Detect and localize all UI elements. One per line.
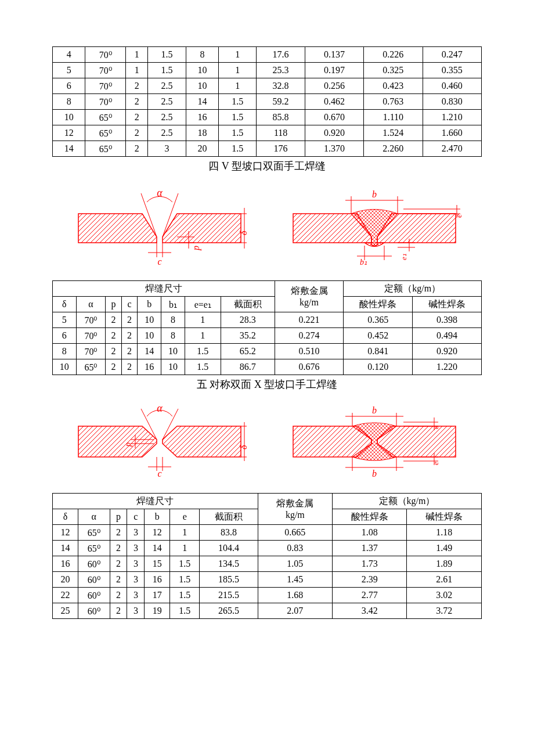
table-row: 1465⁰23141104.40.831.371.49 [53, 541, 482, 556]
cell: 0.398 [413, 312, 482, 328]
table-row: 2260⁰23171.5215.51.682.773.02 [53, 588, 482, 603]
cell: 35.2 [221, 328, 275, 344]
cell: 10 [186, 63, 218, 78]
col-header-alk: 碱性焊条 [407, 509, 482, 525]
cell: 3.42 [333, 603, 407, 619]
cell: 0.763 [364, 94, 423, 110]
cell: 18 [186, 125, 218, 141]
cell: 8 [161, 328, 185, 344]
cell: 16 [138, 359, 161, 375]
cell: 2.77 [333, 588, 407, 603]
cell: 2 [106, 344, 122, 359]
cell: 85.8 [257, 110, 305, 125]
cell: 86.7 [221, 359, 275, 375]
table-row: 570⁰11.510125.30.1970.3250.355 [53, 63, 482, 78]
label-b1: b₁ [360, 258, 367, 267]
cell: 1.220 [413, 359, 482, 375]
col-header: e [170, 509, 200, 525]
cell: 2 [106, 312, 122, 328]
cell: 1.18 [407, 525, 482, 541]
cell: 5 [53, 63, 85, 78]
col-header: b [138, 297, 161, 312]
cell: 1.110 [364, 110, 423, 125]
cell: 14 [53, 141, 85, 157]
cell: 2 [126, 110, 148, 125]
label-delta: δ [239, 231, 247, 235]
cell: 1.5 [219, 110, 257, 125]
cell: 22 [53, 588, 78, 603]
table-row: 1065⁰2216101.586.70.6760.1201.220 [53, 359, 482, 375]
cell: 118 [257, 125, 305, 141]
table-row: 1660⁰23151.5134.51.051.731.89 [53, 556, 482, 572]
cell: 3 [127, 556, 145, 572]
label-b: b [372, 189, 377, 199]
table-row: 870⁰2214101.565.20.5100.8410.920 [53, 344, 482, 359]
cell: 104.4 [200, 541, 258, 556]
table-row: 670⁰22108135.20.2740.4520.494 [53, 328, 482, 344]
cell: 28.3 [221, 312, 275, 328]
cell: 60⁰ [78, 556, 110, 572]
cell: 3 [127, 603, 145, 619]
table-row: 1465⁰23201.51761.3702.2602.470 [53, 141, 482, 157]
cell: 1 [185, 312, 221, 328]
cell: 2 [110, 525, 127, 541]
cell: 185.5 [200, 572, 258, 588]
cell: 2.5 [148, 110, 186, 125]
cell: 2.5 [148, 125, 186, 141]
cell: 2 [106, 359, 122, 375]
cell: 0.830 [423, 94, 481, 110]
label-p: p [191, 246, 201, 251]
cell: 70⁰ [85, 63, 126, 78]
cell: 1.73 [333, 556, 407, 572]
col-header: α [78, 509, 110, 525]
cell: 0.423 [364, 78, 423, 94]
cell: 60⁰ [78, 603, 110, 619]
col-header: b₁ [161, 297, 185, 312]
cell: 10 [53, 110, 85, 125]
col-header: δ [53, 297, 77, 312]
cell: 0.226 [364, 47, 423, 63]
cell: 10 [186, 78, 218, 94]
cell: 8 [186, 47, 218, 63]
table-v-groove-top-body: 470⁰11.58117.60.1370.2260.247570⁰11.5101… [53, 47, 482, 157]
label-alpha: α [157, 402, 163, 414]
cell: 70⁰ [76, 312, 105, 328]
cell: 0.197 [305, 63, 363, 78]
label-alpha: α [157, 187, 163, 199]
cell: 10 [161, 359, 185, 375]
cell: 70⁰ [85, 47, 126, 63]
cell: 16 [145, 572, 170, 588]
col-header: c [121, 297, 138, 312]
cell: 0.462 [305, 94, 363, 110]
cell: 20 [53, 572, 78, 588]
col-header: p [110, 509, 127, 525]
cell: 3.72 [407, 603, 482, 619]
cell: 0.120 [344, 359, 413, 375]
cell: 16 [53, 556, 78, 572]
cell: 83.8 [200, 525, 258, 541]
label-c: c [157, 469, 161, 478]
cell: 0.83 [258, 541, 332, 556]
cell: 12 [53, 125, 85, 141]
table-v-groove-top: 470⁰11.58117.60.1370.2260.247570⁰11.5101… [52, 46, 482, 157]
cell: 0.365 [344, 312, 413, 328]
cell: 1.5 [148, 63, 186, 78]
cell: 1.5 [170, 603, 200, 619]
cell: 1.5 [148, 47, 186, 63]
cell: 0.670 [305, 110, 363, 125]
table-row: 2560⁰23191.5265.52.073.423.72 [53, 603, 482, 619]
cell: 2 [110, 588, 127, 603]
cell: 17.6 [257, 47, 305, 63]
cell: 4 [53, 47, 85, 63]
label-e1: e₁ [399, 254, 408, 260]
label-b-bottom: b [372, 469, 377, 478]
cell: 60⁰ [78, 588, 110, 603]
col-header-acid: 酸性焊条 [344, 297, 413, 312]
cell: 2 [126, 78, 148, 94]
col-header: δ [53, 509, 78, 525]
cell: 1 [219, 78, 257, 94]
cell: 1 [170, 541, 200, 556]
table-row: 470⁰11.58117.60.1370.2260.247 [53, 47, 482, 63]
cell: 3 [127, 525, 145, 541]
col-header: 截面积 [221, 297, 275, 312]
